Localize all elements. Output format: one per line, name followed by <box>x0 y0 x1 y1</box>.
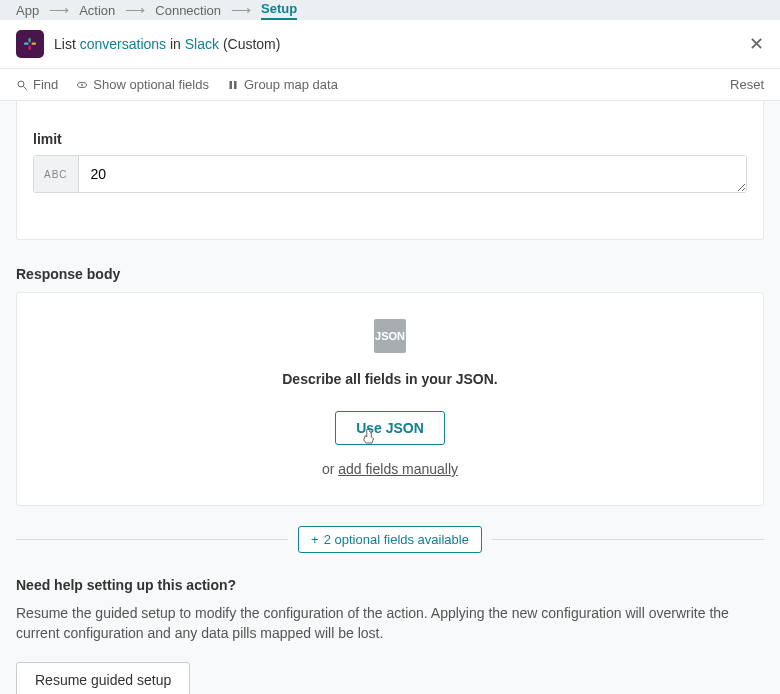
columns-icon <box>227 79 239 91</box>
response-body-label: Response body <box>16 266 764 282</box>
plus-icon: + <box>311 532 319 547</box>
limit-input[interactable] <box>79 156 746 192</box>
svg-rect-8 <box>229 81 232 89</box>
breadcrumb-action[interactable]: Action <box>79 3 115 18</box>
svg-rect-2 <box>29 38 31 43</box>
show-optional-button[interactable]: Show optional fields <box>76 77 209 92</box>
optional-fields-row: + 2 optional fields available <box>16 526 764 553</box>
svg-rect-0 <box>24 43 29 45</box>
optional-fields-button[interactable]: + 2 optional fields available <box>298 526 482 553</box>
json-icon: JSON <box>374 319 406 353</box>
action-title: List conversations in Slack (Custom) <box>54 36 280 52</box>
svg-point-4 <box>18 81 24 87</box>
response-body-panel: JSON Describe all fields in your JSON. U… <box>16 292 764 506</box>
help-body: Resume the guided setup to modify the co… <box>16 603 764 644</box>
svg-rect-9 <box>234 81 237 89</box>
resume-guided-setup-button[interactable]: Resume guided setup <box>16 662 190 694</box>
breadcrumb-connection[interactable]: Connection <box>155 3 221 18</box>
chevron-right-icon: ⟶ <box>231 2 251 18</box>
breadcrumb: App ⟶ Action ⟶ Connection ⟶ Setup <box>0 0 780 20</box>
help-title: Need help setting up this action? <box>16 577 764 593</box>
breadcrumb-setup[interactable]: Setup <box>261 1 297 20</box>
svg-line-5 <box>24 86 27 89</box>
use-json-button[interactable]: Use JSON <box>335 411 445 445</box>
slack-app-icon <box>16 30 44 58</box>
action-toolbar: Find Show optional fields Group map data… <box>0 69 780 101</box>
svg-rect-1 <box>32 43 37 45</box>
add-fields-text: or add fields manually <box>33 461 747 477</box>
eye-icon <box>76 79 88 91</box>
json-desc: Describe all fields in your JSON. <box>33 371 747 387</box>
reset-button[interactable]: Reset <box>730 77 764 92</box>
chevron-right-icon: ⟶ <box>125 2 145 18</box>
group-map-button[interactable]: Group map data <box>227 77 338 92</box>
search-icon <box>16 79 28 91</box>
limit-label: limit <box>33 131 747 147</box>
type-badge: ABC <box>34 156 79 192</box>
svg-rect-3 <box>29 46 31 51</box>
svg-point-7 <box>81 84 83 86</box>
conversations-link[interactable]: conversations <box>80 36 166 52</box>
request-panel: limit ABC <box>16 101 764 240</box>
add-fields-manually-link[interactable]: add fields manually <box>338 461 458 477</box>
chevron-right-icon: ⟶ <box>49 2 69 18</box>
action-header: List conversations in Slack (Custom) ✕ <box>0 20 780 69</box>
find-button[interactable]: Find <box>16 77 58 92</box>
breadcrumb-app[interactable]: App <box>16 3 39 18</box>
slack-link[interactable]: Slack <box>185 36 219 52</box>
close-button[interactable]: ✕ <box>749 33 764 55</box>
limit-input-row: ABC <box>33 155 747 193</box>
